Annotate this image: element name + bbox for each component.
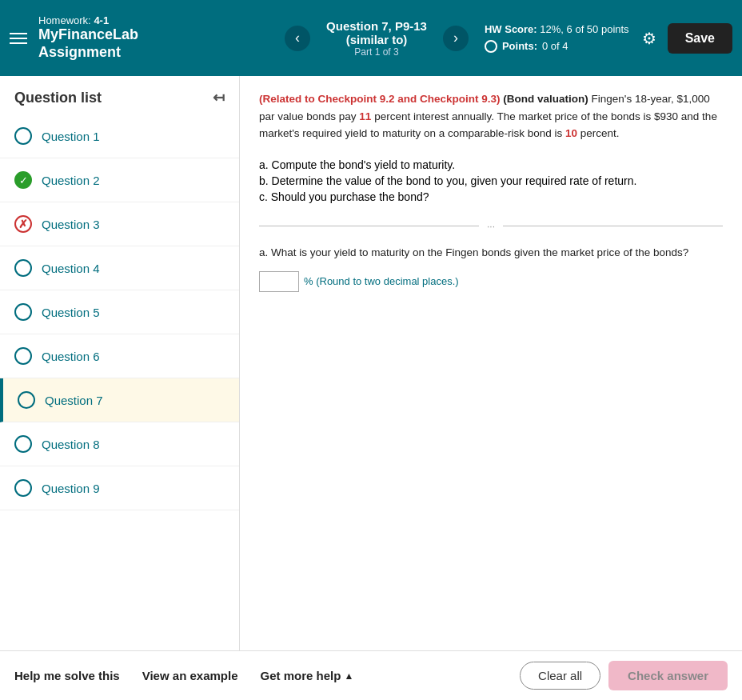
clear-all-button[interactable]: Clear all <box>520 662 600 690</box>
question-subtitle: (similar to) <box>326 33 427 46</box>
sidebar: Question list ↤ Question 1 ✓ Question 2 … <box>0 76 240 650</box>
sub-b-text: b. Determine the value of the bond to yo… <box>259 174 723 187</box>
sub-a-text: a. Compute the bond's yield to maturity. <box>259 158 723 171</box>
check-answer-button[interactable]: Check answer <box>608 661 728 690</box>
question-title: Question 7, P9-13 <box>326 19 427 33</box>
sidebar-item-question-5[interactable]: Question 5 <box>0 290 239 334</box>
q8-status-icon <box>14 435 32 453</box>
q4-label: Question 4 <box>42 262 100 275</box>
homework-title: Homework: 4-1 MyFinanceLab Assignment <box>38 14 138 61</box>
help-solve-button[interactable]: Help me solve this <box>14 662 131 689</box>
interest-rate-highlight: 11 <box>359 110 371 122</box>
footer: Help me solve this View an example Get m… <box>0 650 742 700</box>
q6-label: Question 6 <box>42 350 100 363</box>
divider-dots: ··· <box>479 221 503 232</box>
sidebar-header: Question list ↤ <box>0 76 239 114</box>
hw-prefix: Homework: 4-1 <box>38 14 138 26</box>
divider-line-right <box>503 226 723 226</box>
q9-status-icon <box>14 479 32 497</box>
answer-row: % (Round to two decimal places.) <box>259 271 723 292</box>
q3-label: Question 3 <box>42 218 100 231</box>
score-info: HW Score: 12%, 6 of 50 points Points: 0 … <box>485 22 629 55</box>
get-more-help-button[interactable]: Get more help ▲ <box>249 662 365 689</box>
collapse-icon[interactable]: ↤ <box>213 89 225 106</box>
q1-status-icon <box>14 127 32 145</box>
answer-hint: % (Round to two decimal places.) <box>304 275 459 287</box>
next-button[interactable]: › <box>443 26 469 51</box>
q9-label: Question 9 <box>42 482 100 495</box>
main-area: Question list ↤ Question 1 ✓ Question 2 … <box>0 76 742 650</box>
q2-label: Question 2 <box>42 174 100 187</box>
sub-questions: a. Compute the bond's yield to maturity.… <box>259 158 723 206</box>
answer-input[interactable] <box>259 271 299 292</box>
sidebar-item-question-3[interactable]: ✗ Question 3 <box>0 202 239 246</box>
sub-c-text: c. Should you purchase the bond? <box>259 190 723 203</box>
sidebar-item-question-1[interactable]: Question 1 <box>0 114 239 158</box>
q1-label: Question 1 <box>42 130 100 143</box>
part-a-question: a. What is your yield to maturity on the… <box>259 246 723 258</box>
q7-label: Question 7 <box>45 394 103 407</box>
content-area: (Related to Checkpoint 9.2 and Checkpoin… <box>240 76 742 650</box>
q5-label: Question 5 <box>42 306 100 319</box>
q4-status-icon <box>14 259 32 277</box>
sidebar-title: Question list <box>14 90 102 106</box>
hw-score: HW Score: 12%, 6 of 50 points <box>485 22 629 38</box>
menu-button[interactable] <box>10 33 27 44</box>
save-button[interactable]: Save <box>668 23 732 54</box>
q3-status-icon: ✗ <box>14 215 32 233</box>
ytm-highlight: 10 <box>565 127 577 139</box>
q6-status-icon <box>14 347 32 365</box>
q8-label: Question 8 <box>42 438 100 451</box>
sidebar-item-question-2[interactable]: ✓ Question 2 <box>0 158 239 202</box>
prev-button[interactable]: ‹ <box>285 26 310 51</box>
chevron-up-icon: ▲ <box>344 670 353 682</box>
hw-name: MyFinanceLab Assignment <box>38 26 138 61</box>
question-info: Question 7, P9-13 (similar to) Part 1 of… <box>326 19 427 58</box>
question-body: (Related to Checkpoint 9.2 and Checkpoin… <box>259 90 723 142</box>
sidebar-item-question-4[interactable]: Question 4 <box>0 246 239 290</box>
points-circle-icon <box>485 40 497 53</box>
sidebar-item-question-9[interactable]: Question 9 <box>0 466 239 510</box>
divider-line-left <box>259 226 479 226</box>
checkpoint-label: (Related to Checkpoint 9.2 and Checkpoin… <box>259 93 501 105</box>
q5-status-icon <box>14 303 32 321</box>
section-divider: ··· <box>259 221 723 232</box>
q7-status-icon <box>18 391 35 409</box>
q2-status-icon: ✓ <box>14 171 32 189</box>
bond-valuation-label: (Bond valuation) <box>503 93 588 105</box>
sidebar-item-question-8[interactable]: Question 8 <box>0 422 239 466</box>
points-row: Points: 0 of 4 <box>485 38 629 55</box>
header: Homework: 4-1 MyFinanceLab Assignment ‹ … <box>0 0 742 76</box>
question-part: Part 1 of 3 <box>326 46 427 58</box>
view-example-button[interactable]: View an example <box>131 662 249 689</box>
sidebar-item-question-6[interactable]: Question 6 <box>0 334 239 378</box>
sidebar-item-question-7[interactable]: Question 7 <box>0 378 239 422</box>
settings-icon[interactable]: ⚙ <box>642 29 656 48</box>
